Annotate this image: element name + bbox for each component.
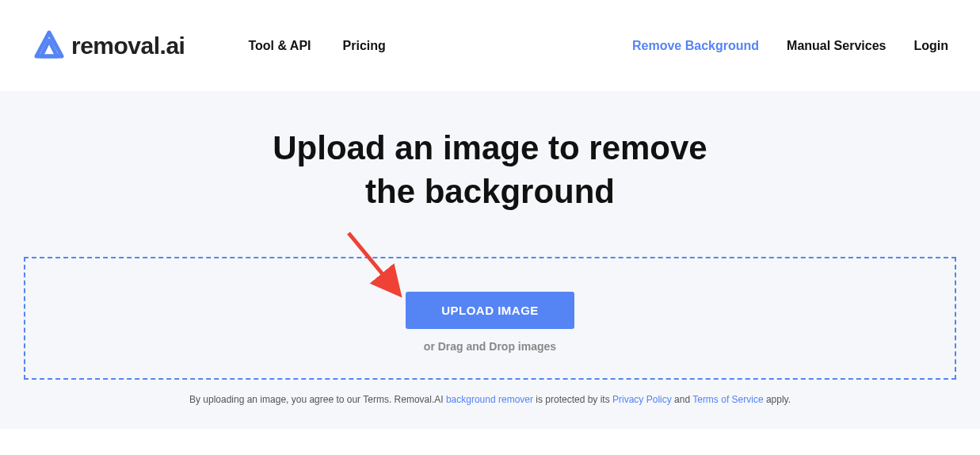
logo-text: removal.ai bbox=[71, 32, 185, 59]
nav-login[interactable]: Login bbox=[913, 39, 948, 53]
logo-icon bbox=[32, 29, 67, 63]
legal-mid2: and bbox=[672, 394, 692, 405]
drag-drop-text: or Drag and Drop images bbox=[424, 340, 556, 353]
legal-link-privacy[interactable]: Privacy Policy bbox=[612, 394, 672, 405]
nav-tool-api[interactable]: Tool & API bbox=[248, 39, 311, 53]
legal-mid1: is protected by its bbox=[533, 394, 612, 405]
upload-dropzone[interactable]: UPLOAD IMAGE or Drag and Drop images bbox=[24, 257, 956, 380]
upload-zone-wrap: UPLOAD IMAGE or Drag and Drop images bbox=[0, 257, 980, 380]
legal-link-bg-remover[interactable]: background remover bbox=[446, 394, 533, 405]
logo[interactable]: removal.ai bbox=[32, 29, 185, 63]
nav-right: Remove Background Manual Services Login bbox=[632, 39, 948, 53]
hero-title: Upload an image to remove the background bbox=[0, 127, 980, 213]
nav-remove-background[interactable]: Remove Background bbox=[632, 39, 759, 53]
hero-title-line2: the background bbox=[0, 170, 980, 214]
legal-prefix: By uploading an image, you agree to our … bbox=[189, 394, 446, 405]
legal-text: By uploading an image, you agree to our … bbox=[0, 394, 980, 405]
nav-pricing[interactable]: Pricing bbox=[343, 39, 386, 53]
hero-title-line1: Upload an image to remove bbox=[0, 127, 980, 170]
nav-manual-services[interactable]: Manual Services bbox=[787, 39, 886, 53]
legal-link-tos[interactable]: Terms of Service bbox=[692, 394, 763, 405]
legal-suffix: apply. bbox=[764, 394, 791, 405]
hero-section: Upload an image to remove the background… bbox=[0, 91, 980, 429]
header-bar: removal.ai Tool & API Pricing Remove Bac… bbox=[0, 0, 980, 91]
upload-image-button[interactable]: UPLOAD IMAGE bbox=[406, 292, 574, 329]
nav-left: Tool & API Pricing bbox=[248, 39, 385, 53]
